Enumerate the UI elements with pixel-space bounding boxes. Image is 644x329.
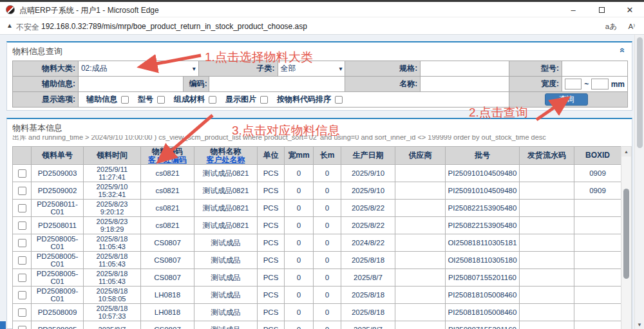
- pick-time-cell: 2025/8/7: [84, 321, 141, 329]
- column-header-label: 宽mm: [285, 151, 312, 160]
- column-header: 领料时间: [84, 147, 141, 165]
- column-header: 宽mm: [285, 147, 314, 165]
- pick-time-cell: 2025/9/11 11:27:41: [84, 165, 141, 182]
- table-row[interactable]: PD2508005-C012025/8/18 11:05:43CS0807测试成…: [13, 269, 621, 287]
- unit-cell: PCS: [258, 252, 285, 269]
- search-button[interactable]: 查询: [545, 93, 588, 106]
- table-row[interactable]: PD25090032025/9/11 11:27:41cs0821测试成品082…: [13, 165, 621, 182]
- url-text[interactable]: 192.168.0.32:789/mis/mrp/boe_product_ret…: [41, 22, 307, 31]
- table-row[interactable]: PD2508005-C012025/8/18 11:05:43CS0807测试成…: [13, 252, 621, 269]
- display-option-checkbox[interactable]: [260, 96, 268, 104]
- window-title: 点晴ERP子系统 - 用户1 - Microsoft Edge: [19, 5, 159, 16]
- row-checkbox[interactable]: [18, 204, 26, 212]
- aux-info-input[interactable]: [79, 77, 184, 92]
- table-row[interactable]: PD25080112025/8/23 9:18:29cs0821测试成品0821…: [13, 217, 621, 234]
- read-aloud-icon[interactable]: A⁾: [629, 22, 636, 31]
- not-secure-warning-icon[interactable]: ▲: [6, 22, 13, 29]
- display-option-checkbox[interactable]: [209, 96, 216, 104]
- code-input[interactable]: [209, 77, 346, 92]
- maximize-button[interactable]: [587, 2, 616, 17]
- translate-icon[interactable]: aあ: [605, 22, 617, 32]
- width-unit-label: mm: [611, 80, 625, 89]
- table-scrollbar[interactable]: ▲: [621, 146, 632, 329]
- row-checkbox[interactable]: [18, 291, 26, 299]
- model-input[interactable]: [562, 61, 628, 77]
- material-name-cell: 测试成品: [194, 321, 258, 329]
- address-bar: ▲ 不安全 192.168.0.32:789/mis/mrp/boe_produ…: [0, 17, 644, 35]
- display-options-label: 显示选项:: [13, 92, 79, 108]
- length-cell: 0: [314, 217, 341, 234]
- minimize-button[interactable]: –: [559, 2, 587, 17]
- table-scrollbar-thumb[interactable]: [623, 189, 629, 279]
- column-header: BOXID: [574, 147, 621, 165]
- material-name-cell: 测试成品: [194, 252, 258, 269]
- material-code-cell: CS0807: [141, 234, 194, 252]
- table-row[interactable]: PD2508009-C012025/8/18 10:58:05LH0818测试成…: [13, 287, 621, 304]
- annotation-step2-text: 2.点击查询: [469, 104, 528, 121]
- page-scrollbar[interactable]: ▼: [634, 35, 644, 329]
- row-checkbox[interactable]: [18, 187, 26, 195]
- row-checkbox[interactable]: [18, 274, 26, 282]
- row-checkbox[interactable]: [18, 221, 26, 230]
- column-header-label: 长m: [314, 151, 340, 160]
- material-name-cell: 测试成品: [194, 287, 258, 304]
- width-from-input[interactable]: [565, 79, 582, 89]
- row-checkbox[interactable]: [18, 169, 26, 178]
- material-name-cell: 测试成品0821: [194, 165, 258, 182]
- boxid-cell: [574, 217, 621, 234]
- width-cell: 0: [285, 182, 314, 200]
- collapse-panel-icon[interactable]: «: [618, 48, 628, 53]
- unit-cell: PCS: [258, 234, 285, 252]
- row-checkbox[interactable]: [18, 326, 26, 329]
- column-subheader-link[interactable]: 客户处编码: [142, 156, 193, 164]
- checkbox-cell: [13, 182, 32, 200]
- length-cell: 0: [314, 234, 341, 252]
- batch-cell: PI250910104509480: [446, 182, 520, 200]
- name-input[interactable]: [421, 77, 509, 92]
- column-header-label: 单位: [258, 151, 283, 160]
- material-code-cell: CS0807: [141, 321, 194, 329]
- batch-cell: OI250818110305180: [446, 252, 520, 269]
- pick-order-cell: PD2508005: [32, 321, 84, 329]
- table-row[interactable]: PD2508005-C012025/8/18 11:05:43CS0807测试成…: [13, 234, 621, 252]
- unit-cell: PCS: [258, 304, 285, 321]
- boxid-cell: [574, 304, 621, 321]
- table-row[interactable]: PD2508011-C012025/8/23 9:20:12cs0821测试成品…: [13, 200, 621, 217]
- display-option-checkbox[interactable]: [121, 96, 129, 104]
- row-checkbox[interactable]: [18, 256, 26, 265]
- select-all-header-cell: [13, 147, 32, 165]
- security-label[interactable]: 不安全: [16, 22, 39, 33]
- scroll-down-arrow-icon[interactable]: ▼: [635, 322, 644, 328]
- pick-order-cell: PD2509002: [32, 182, 84, 200]
- form-row-3: 显示选项: 辅助信息型号组成材料显示图片按物料代码排序 查询: [13, 92, 628, 108]
- chevron-down-icon: ▾: [339, 65, 342, 72]
- aux-info-label: 辅助信息:: [13, 77, 79, 92]
- page-scrollbar-thumb[interactable]: [637, 37, 643, 148]
- display-option-checkbox[interactable]: [157, 96, 165, 104]
- spec-input[interactable]: [421, 61, 509, 77]
- table-row[interactable]: PD25090022025/9/10 15:32:41cs0821测试成品082…: [13, 182, 621, 200]
- close-button[interactable]: ✕: [616, 2, 644, 17]
- material-code-cell: CS0807: [141, 269, 194, 287]
- annotation-step3-text: 3.点击对应物料信息: [232, 122, 340, 139]
- unit-cell: PCS: [258, 200, 285, 217]
- table-row[interactable]: PD25080092025/8/18 10:57:33LH0818测试成品PCS…: [13, 304, 621, 321]
- supplier-cell: [395, 304, 446, 321]
- row-checkbox[interactable]: [18, 239, 26, 247]
- table-header-row: 领料单号领料时间物料编码客户处编码物料名称客户处名称单位宽mm长m生产日期供应商…: [13, 147, 621, 165]
- column-subheader-link[interactable]: 客户处名称: [195, 156, 256, 164]
- table-row[interactable]: PD25080052025/8/7CS0807测试成品PCS002025/8/7…: [13, 321, 621, 329]
- column-header: 批号: [446, 147, 520, 165]
- supplier-cell: [395, 165, 446, 182]
- category-select[interactable]: 02:成品▾: [79, 61, 199, 77]
- row-checkbox[interactable]: [18, 308, 26, 317]
- title-bar: 点晴ERP子系统 - 用户1 - Microsoft Edge – ✕: [0, 2, 644, 17]
- serial-cell: [520, 287, 574, 304]
- batch-cell: OI250818110305181: [446, 234, 520, 252]
- width-to-input[interactable]: [591, 79, 608, 89]
- display-option-label: 按物料代码排序: [277, 94, 331, 105]
- length-cell: 0: [314, 269, 341, 287]
- batch-cell: PI250807155201160: [446, 321, 520, 329]
- display-option-checkbox[interactable]: [335, 96, 343, 104]
- scroll-up-arrow-icon[interactable]: ▲: [621, 147, 631, 156]
